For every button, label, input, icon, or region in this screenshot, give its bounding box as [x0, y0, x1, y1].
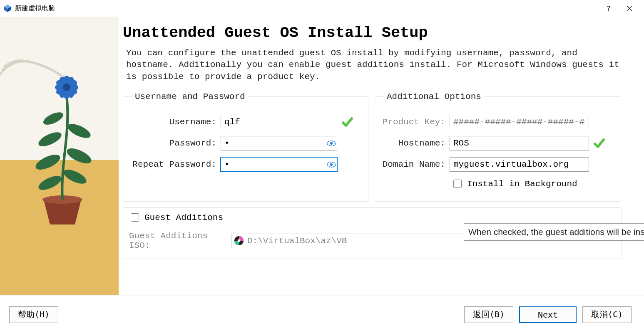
page-description: You can configure the unattended guest O…: [126, 47, 626, 83]
wizard-sidebar: [0, 17, 119, 295]
back-button[interactable]: 返回(B): [464, 306, 513, 323]
svg-point-26: [238, 239, 240, 242]
svg-point-7: [62, 167, 89, 186]
svg-point-20: [63, 84, 70, 91]
additional-options-group: Additional Options Product Key: Hostname…: [375, 92, 620, 202]
next-button[interactable]: Next: [519, 306, 577, 323]
app-icon: [3, 4, 12, 12]
username-password-group: Username and Password Username: Password…: [123, 92, 368, 202]
cancel-button[interactable]: 取消(C): [582, 306, 632, 323]
domain-name-input[interactable]: [450, 157, 589, 172]
guest-additions-checkbox[interactable]: [131, 213, 139, 222]
guest-additions-label: Guest Additions: [144, 213, 223, 222]
svg-point-22: [330, 142, 333, 145]
install-in-background-checkbox[interactable]: [453, 180, 462, 188]
wizard-main: Unattended Guest OS Install Setup You ca…: [119, 17, 644, 295]
svg-point-8: [34, 152, 62, 173]
password-label: Password:: [129, 138, 216, 148]
group-legend-left: Username and Password: [132, 92, 248, 101]
tooltip-text: When checked, the guest additions will b…: [468, 227, 644, 237]
svg-point-11: [66, 121, 93, 141]
svg-point-6: [37, 173, 64, 192]
close-icon: [627, 5, 632, 11]
domain-name-label: Domain Name:: [381, 160, 445, 169]
check-icon: [341, 116, 353, 128]
check-icon: [593, 138, 605, 149]
disc-icon: [234, 236, 244, 246]
close-button[interactable]: [619, 2, 640, 15]
content: Unattended Guest OS Install Setup You ca…: [0, 17, 644, 295]
hostname-input[interactable]: [450, 136, 589, 150]
svg-point-10: [37, 129, 64, 149]
install-in-background-label: Install in Background: [467, 179, 577, 189]
help-button[interactable]: 帮助(H): [9, 306, 58, 323]
product-key-label: Product Key:: [381, 117, 445, 127]
repeat-password-input[interactable]: [221, 157, 337, 172]
svg-point-24: [330, 163, 333, 166]
guest-additions-iso-label: Guest Additions ISO:: [129, 231, 227, 250]
username-input[interactable]: [221, 115, 337, 129]
help-titlebar-button[interactable]: ?: [598, 2, 619, 15]
eye-icon[interactable]: [326, 139, 336, 148]
page-title: Unattended Guest OS Install Setup: [123, 24, 632, 42]
tooltip: When checked, the guest additions will b…: [464, 223, 644, 241]
window-title: 新建虚拟电脑: [15, 4, 55, 13]
wizard-footer: 帮助(H) 返回(B) Next 取消(C): [0, 296, 644, 333]
svg-point-12: [42, 110, 65, 127]
plant-illustration: [21, 58, 104, 233]
product-key-input: [450, 115, 589, 129]
repeat-password-label: Repeat Password:: [129, 160, 216, 169]
guest-additions-iso-path: D:\VirtualBox\az\VB: [247, 236, 347, 246]
svg-point-9: [65, 146, 94, 167]
password-input[interactable]: [221, 136, 337, 150]
eye-icon[interactable]: [326, 160, 336, 169]
group-legend-right: Additional Options: [384, 92, 484, 101]
titlebar: 新建虚拟电脑 ?: [0, 0, 644, 17]
username-label: Username:: [129, 117, 216, 127]
hostname-label: Hostname:: [381, 138, 445, 148]
